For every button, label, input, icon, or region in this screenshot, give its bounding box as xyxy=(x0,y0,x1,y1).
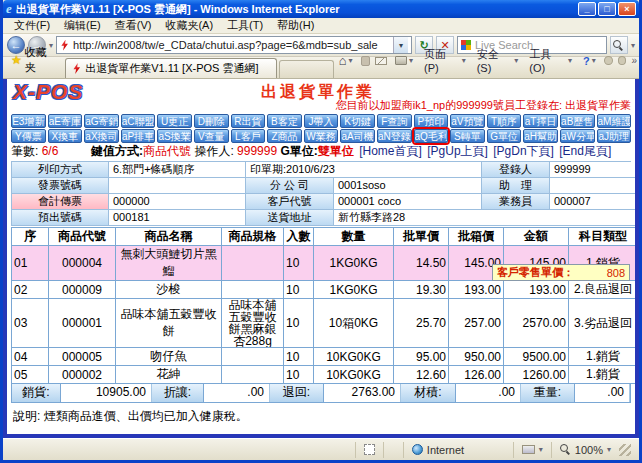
security-zone: Internet xyxy=(403,442,513,458)
toolbar-button[interactable]: V查量 xyxy=(194,129,229,143)
toolbar-button[interactable]: aE寄庫 xyxy=(48,114,83,128)
protected-mode-cell: ▾ xyxy=(513,442,551,458)
toolbar-button[interactable]: G單位 xyxy=(487,129,522,143)
toolbar-button[interactable]: aG寄銷 xyxy=(84,114,119,128)
record-status-line: 筆數: 6/6 鍵值方式:商品代號 操作人: 999999 G單位:雙單位 [H… xyxy=(11,143,631,160)
toolbar-button[interactable]: aC聯盟 xyxy=(121,114,156,128)
help-menu-button[interactable]: ?▾ xyxy=(580,54,599,68)
customer-field[interactable]: 000001 coco xyxy=(334,194,482,210)
toolbar-button[interactable]: aX換司 xyxy=(84,129,119,143)
toolbar-button[interactable]: W業務 xyxy=(304,129,339,143)
retail-price-label: 客戶零售單價： xyxy=(497,265,574,280)
table-row[interactable]: 04 000005 吻仔魚 10 10KG0KG 95.00 950.00 95… xyxy=(12,348,638,366)
table-row[interactable]: 03 000001 品味本舖五穀豐收餅 品味本舖五穀豐收餅黑麻銀杏288g 10… xyxy=(12,299,638,348)
table-header-row: 序 商品代號 商品名稱 商品規格 入數 數量 批單價 批箱價 金額 科目類型 xyxy=(12,228,638,246)
toolbar-button[interactable]: J帶入 xyxy=(304,114,339,128)
addon-icon-1[interactable] xyxy=(604,56,613,65)
zoom-dropdown-icon[interactable]: ▾ xyxy=(607,445,611,454)
toolbar-button[interactable]: Y傳票 xyxy=(11,129,46,143)
voucher-label: 會計傳票 xyxy=(12,194,109,210)
toolbar-button[interactable]: P預印 xyxy=(414,114,449,128)
nav-end-key[interactable]: [End尾頁] xyxy=(559,144,611,158)
toolbar-button[interactable]: aA司機 xyxy=(340,129,375,143)
menu-edit[interactable]: 编辑(E) xyxy=(57,17,108,34)
toolbar-button[interactable]: aN登錄 xyxy=(377,129,412,143)
voucher-field[interactable]: 000000 xyxy=(109,194,246,210)
assistant-field[interactable] xyxy=(550,178,638,194)
nav-home-key[interactable]: [Home首頁] xyxy=(359,144,422,158)
menu-file[interactable]: 文件(F) xyxy=(7,17,57,34)
toolbar-button[interactable]: aM維護 xyxy=(597,114,632,128)
function-toolbar-row1: E3增新 aE寄庫 aG寄銷 aC聯盟 U更正 D刪除 R出貨 B客定 J帶入 … xyxy=(11,114,631,128)
toolbar-button[interactable]: aP排車 xyxy=(121,129,156,143)
title-bar: e 出退貨單作業V1.11 [X-POS 雲通網] - Windows Inte… xyxy=(3,0,639,18)
read-mail-icon[interactable] xyxy=(375,57,387,65)
table-row[interactable]: 02 000009 沙梭 10 1KG0KG 19.30 193.00 193.… xyxy=(12,281,638,299)
toolbar-button[interactable]: K切鍵 xyxy=(340,114,375,128)
table-row[interactable]: 05 000002 花紳 10 10KG0KG 12.60 126.00 126… xyxy=(12,366,638,384)
tools-menu-button[interactable]: 工具(O)▾ xyxy=(526,46,575,75)
browser-window: e 出退貨單作業V1.11 [X-POS 雲通網] - Windows Inte… xyxy=(0,0,642,463)
menu-help[interactable]: 帮助(H) xyxy=(270,17,321,34)
salesman-field[interactable]: 000007 xyxy=(550,194,638,210)
feeds-icon[interactable] xyxy=(361,56,371,66)
toolbar-button-add[interactable]: E3增新 xyxy=(11,114,46,128)
print-button[interactable]: ▾ xyxy=(392,55,416,66)
new-tab-area[interactable] xyxy=(279,60,333,78)
favorites-button[interactable]: ★ 收藏夹 xyxy=(5,43,63,78)
toolbar-button[interactable]: R出貨 xyxy=(231,114,266,128)
branch-field[interactable]: 0001soso xyxy=(334,178,482,194)
zoom-control[interactable]: 100% ▾ xyxy=(551,442,639,458)
safety-menu-button[interactable]: 安全(S)▾ xyxy=(474,46,522,75)
operator-label: 操作人: xyxy=(194,144,233,158)
count-value: 6/6 xyxy=(42,144,59,158)
maximize-button[interactable]: □ xyxy=(598,2,616,16)
overflow-chevron-icon[interactable]: » xyxy=(631,55,637,66)
invoice-field[interactable] xyxy=(109,178,246,194)
toolbar-button[interactable]: aH幫助 xyxy=(523,129,558,143)
registrar-field[interactable]: 999999 xyxy=(550,162,638,178)
zone-dropdown-icon[interactable]: ▾ xyxy=(539,445,543,454)
page-menu-button[interactable]: 页面(P)▾ xyxy=(421,46,469,75)
toolbar-button[interactable]: L客戶 xyxy=(231,129,266,143)
close-button[interactable]: × xyxy=(618,2,636,16)
return-label: 退回: xyxy=(270,384,324,402)
toolbar-button[interactable]: aV預覽 xyxy=(450,114,485,128)
toolbar-button[interactable]: aT擇日 xyxy=(523,114,558,128)
delivery-address-field[interactable]: 新竹縣李路28 xyxy=(334,210,638,226)
reg-date-label: 登錄日期 xyxy=(638,194,639,210)
printer-icon xyxy=(395,56,407,65)
toolbar-button[interactable]: aJ助理 xyxy=(597,129,632,143)
toolbar-button[interactable]: aB歷售 xyxy=(560,114,595,128)
toolbar-button[interactable]: S轉單 xyxy=(450,129,485,143)
network-icon xyxy=(522,445,535,454)
nav-pgdn-key[interactable]: [PgDn下頁] xyxy=(493,144,554,158)
toolbar-button[interactable]: B客定 xyxy=(267,114,302,128)
toolbar-button[interactable]: U更正 xyxy=(157,114,192,128)
toolbar-button[interactable]: X換車 xyxy=(48,129,83,143)
resize-grip[interactable] xyxy=(619,444,631,456)
toolbar-button-gross-profit[interactable]: aQ毛利 xyxy=(414,129,449,143)
toolbar-button[interactable]: aS換業 xyxy=(157,129,192,143)
browser-tab[interactable]: 出退貨單作業V1.11 [X-POS 雲通網] xyxy=(65,58,277,78)
registrar-label: 登錄人 xyxy=(482,162,550,178)
toolbar-button[interactable]: aW分單 xyxy=(560,129,595,143)
toolbar-button[interactable]: T順序 xyxy=(487,114,522,128)
menu-favorites[interactable]: 收藏夹(A) xyxy=(158,17,220,34)
preout-field[interactable]: 000181 xyxy=(109,210,246,226)
print-mode-field[interactable]: 6.部門+條碼順序 xyxy=(109,162,246,178)
minimize-button[interactable]: _ xyxy=(578,2,596,16)
items-table-wrap: 序 商品代號 商品名稱 商品規格 入數 數量 批單價 批箱價 金額 科目類型 0… xyxy=(11,227,631,403)
customer-label: 客戶代號 xyxy=(246,194,334,210)
toolbar-button[interactable]: F查詢 xyxy=(377,114,412,128)
home-button[interactable]: ⌂▾ xyxy=(336,53,356,68)
addon-icon-2[interactable] xyxy=(618,56,627,65)
command-bar: ⌂▾ ▾ 页面(P)▾ 安全(S)▾ 工具(O)▾ ?▾ » xyxy=(336,46,637,78)
nav-pgup-key[interactable]: [PgUp上頁] xyxy=(427,144,488,158)
menu-view[interactable]: 查看(V) xyxy=(108,17,159,34)
toolbar-button[interactable]: Z商品 xyxy=(267,129,302,143)
menu-tools[interactable]: 工具(T) xyxy=(220,17,270,34)
toolbar-button[interactable]: D刪除 xyxy=(194,114,229,128)
return-value: 2763.00 xyxy=(324,384,401,402)
volume-label: 材積: xyxy=(401,384,456,402)
